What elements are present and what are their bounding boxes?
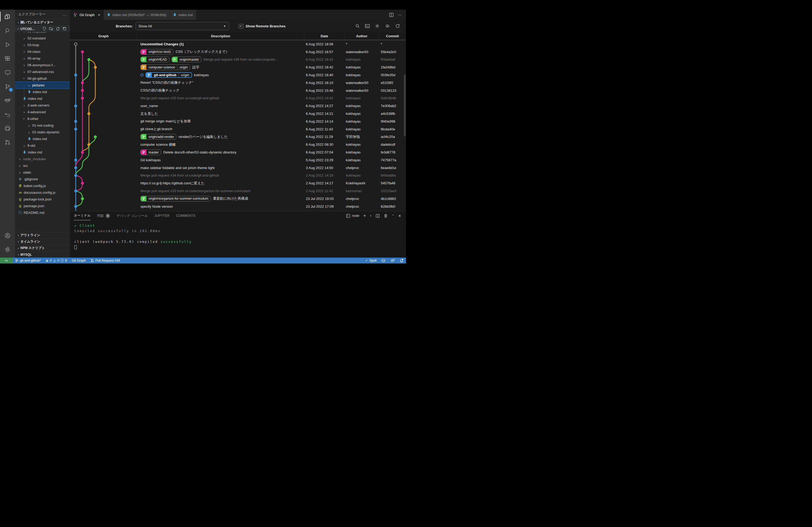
branch-badge[interactable]: origin/reorganize-for-summer-curriculum xyxy=(141,196,211,201)
spell-status[interactable]: ✓Spell xyxy=(363,258,379,264)
tree-item-pictures[interactable]: ›pictures xyxy=(15,82,70,89)
pull-request-icon[interactable] xyxy=(0,135,15,149)
run-debug-icon[interactable] xyxy=(0,37,15,51)
tree-item-index.md[interactable]: index.md xyxy=(15,89,70,95)
tree-item-3-web-servers[interactable]: ›3-web-servers xyxy=(15,102,70,109)
terminal-dropdown-icon[interactable]: ˅ xyxy=(370,214,372,217)
graph-search-icon[interactable] xyxy=(355,24,360,28)
remote-indicator[interactable]: >< xyxy=(0,258,13,264)
editor-more-icon[interactable]: ⋯ xyxy=(398,13,402,17)
commit-node[interactable] xyxy=(81,89,84,92)
collapse-folders-icon[interactable] xyxy=(62,27,67,31)
tree-item-04-class[interactable]: ›04-class xyxy=(15,48,70,55)
split-editor-icon[interactable] xyxy=(389,13,394,17)
remote-explorer-icon[interactable] xyxy=(0,65,15,79)
show-remote-checkbox[interactable]: ✓ xyxy=(239,24,243,28)
mysql-section[interactable]: ›MYSQL xyxy=(15,251,70,258)
commit-node[interactable] xyxy=(81,50,84,54)
close-panel-icon[interactable]: ✕ xyxy=(398,214,401,218)
workspace-section[interactable]: ›UTCOD... xyxy=(15,26,70,32)
split-terminal-icon[interactable] xyxy=(376,214,380,218)
column-author[interactable]: Author xyxy=(345,32,379,40)
branch-status[interactable]: git-and-github* xyxy=(13,258,43,264)
tree-item-README.md[interactable]: ⓘREADME.md xyxy=(15,209,70,216)
tree-item-babel.config.js[interactable]: Bbabel.config.js xyxy=(15,182,70,189)
tree-item-index.md[interactable]: index.md xyxy=(15,95,70,102)
timeline-section[interactable]: ›タイムライン xyxy=(15,238,70,245)
branch-badge[interactable]: git-and-githuborigin xyxy=(146,72,192,78)
commit-node[interactable] xyxy=(74,74,77,76)
tree-item-01-not-coding[interactable]: ›01-not-coding xyxy=(15,122,70,129)
commit-node[interactable] xyxy=(88,143,90,146)
vertical-scrollbar[interactable] xyxy=(404,75,406,136)
account-icon[interactable] xyxy=(0,229,15,243)
shell-selector[interactable]: node xyxy=(346,214,359,218)
commit-node[interactable] xyxy=(74,104,77,107)
tab-terminal[interactable]: ターミナル xyxy=(74,211,91,220)
tab-index-md-diff[interactable]: index.md (003fe35d^ ↔ 003fe35d) xyxy=(104,10,170,20)
tree-item-package-lock.json[interactable]: {}package-lock.json xyxy=(15,196,70,202)
new-terminal-icon[interactable]: + xyxy=(363,213,366,219)
commit-node[interactable] xyxy=(81,197,84,200)
close-tab-icon[interactable]: × xyxy=(98,13,100,17)
commit-node[interactable] xyxy=(94,136,97,138)
tree-item-node_modules[interactable]: ›node_modules xyxy=(15,156,70,162)
branch-badge[interactable]: computer-scienceorigin xyxy=(141,64,190,70)
commit-node[interactable] xyxy=(81,97,84,100)
tree-item-01-inspector[interactable]: ›01-inspector xyxy=(15,32,70,35)
commit-node[interactable] xyxy=(74,205,77,208)
sidebar-more-icon[interactable]: … xyxy=(62,12,67,17)
column-description[interactable]: Description xyxy=(137,32,304,40)
commit-node[interactable] xyxy=(81,182,84,185)
commit-node[interactable] xyxy=(81,151,84,154)
commit-node[interactable] xyxy=(88,112,90,115)
refresh-explorer-icon[interactable] xyxy=(56,27,60,31)
tree-item-index.md[interactable]: index.md xyxy=(15,136,70,142)
column-date[interactable]: Date xyxy=(304,32,345,40)
tab-index-md[interactable]: index.md xyxy=(170,10,196,20)
tree-item-4-advanced[interactable]: ›4-advanced xyxy=(15,109,70,115)
search-icon[interactable] xyxy=(0,24,15,37)
github-icon[interactable] xyxy=(0,121,15,135)
npm-scripts-section[interactable]: ›NPM スクリプト xyxy=(15,245,70,251)
commit-node[interactable] xyxy=(74,128,77,131)
problems-status[interactable]: ⊗0 ⚠0 ⓘ8 xyxy=(43,258,69,264)
explorer-icon[interactable] xyxy=(0,10,15,24)
feedback-icon[interactable] xyxy=(388,258,397,264)
new-file-icon[interactable] xyxy=(42,27,46,31)
tree-item-docusaurus.config.js[interactable]: JSdocusaurus.config.js xyxy=(15,189,70,196)
tree-item-05-array[interactable]: ›05-array xyxy=(15,55,70,62)
tree-item-08-git-github[interactable]: ›08-git-github xyxy=(15,75,70,82)
branches-dropdown[interactable]: Show All ▼ xyxy=(135,22,229,30)
tab-git-graph[interactable]: Git Graph × xyxy=(70,10,104,20)
tree-item-02-constant[interactable]: ›02-constant xyxy=(15,35,70,42)
kill-terminal-icon[interactable] xyxy=(384,214,388,218)
graph-settings-icon[interactable] xyxy=(375,24,380,28)
open-editors-section[interactable]: ›開いているエディター xyxy=(15,19,70,26)
notifications-bell-icon[interactable] xyxy=(397,258,406,264)
tree-item-index.md[interactable]: index.md xyxy=(15,149,70,156)
commit-node[interactable] xyxy=(74,120,77,123)
branch-badge[interactable]: origin/master xyxy=(172,57,201,62)
new-folder-icon[interactable] xyxy=(49,27,53,31)
tab-problems[interactable]: 問題8 xyxy=(97,211,110,220)
cloud-download-icon[interactable] xyxy=(385,24,390,28)
commit-node[interactable] xyxy=(74,166,77,169)
tree-item-.gitignore[interactable]: .gitignore xyxy=(15,176,70,182)
tab-debug-console[interactable]: デバッグ コンソール xyxy=(117,211,148,220)
tree-item-package.json[interactable]: {}package.json xyxy=(15,202,70,209)
tab-comments[interactable]: COMMENTS xyxy=(176,211,195,220)
branch-badge[interactable]: origin/HEAD xyxy=(141,57,170,62)
extensions-icon[interactable] xyxy=(0,51,15,65)
refresh-graph-icon[interactable] xyxy=(395,24,400,28)
pull-request-status[interactable]: Pull Request #34 xyxy=(88,258,122,264)
commit-node[interactable] xyxy=(81,81,84,84)
curved-arrow-icon[interactable] xyxy=(0,107,15,121)
commit-node[interactable] xyxy=(74,174,77,177)
docker-icon[interactable] xyxy=(0,93,15,107)
source-control-icon[interactable]: 1 xyxy=(0,79,15,93)
tree-item-9-old[interactable]: ›9-old xyxy=(15,142,70,149)
tree-item-07-advanced-css[interactable]: ›07-advanced-css xyxy=(15,69,70,75)
tree-item-03-loop[interactable]: ›03-loop xyxy=(15,42,70,48)
branch-badge[interactable]: master xyxy=(141,149,161,155)
